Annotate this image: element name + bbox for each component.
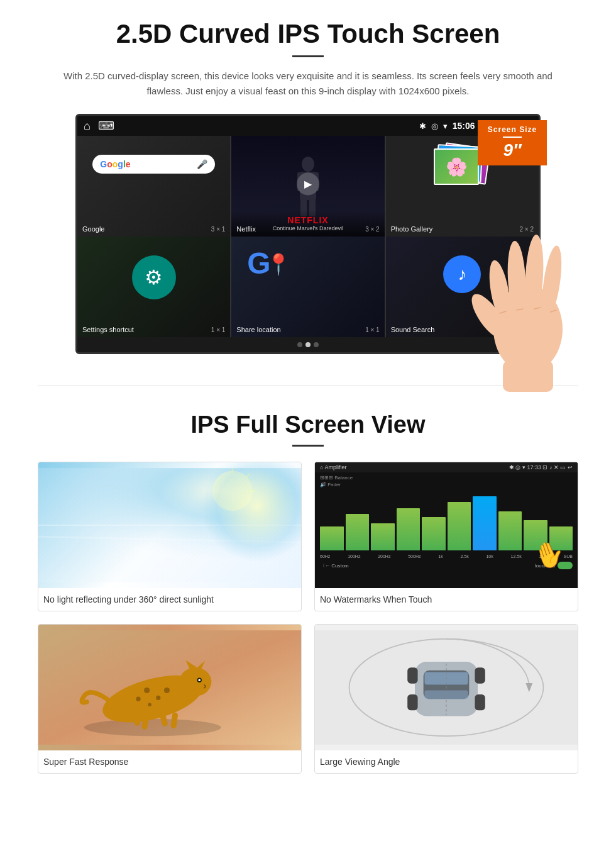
status-left: ⌂ ⌨ bbox=[84, 119, 114, 133]
eq-bar-3 bbox=[371, 523, 395, 550]
google-logo: Google bbox=[100, 159, 130, 170]
feature-viewing-angle: Large Viewing Angle bbox=[314, 624, 578, 774]
mic-icon: 🎤 bbox=[197, 159, 207, 169]
usb-icon: ⌨ bbox=[98, 119, 114, 133]
section2-title: IPS Full Screen View bbox=[38, 411, 578, 438]
svg-point-40 bbox=[198, 679, 201, 681]
feature-sunlight: No light reflecting under 360° direct su… bbox=[38, 462, 302, 611]
amp-controls: ⊞⊞⊞ Balance 🔊 Fader bbox=[315, 472, 578, 490]
settings-size: 1 × 1 bbox=[211, 326, 226, 333]
feature-watermarks: ⌂ Amplifier ✱ ◎ ▾ 17:33 ⊡ ♪ ✕ ▭ ↩ ⊞⊞⊞ Ba… bbox=[314, 462, 578, 611]
google-content: Google 🎤 bbox=[77, 136, 230, 174]
section1-title: 2.5D Curved IPS Touch Screen bbox=[38, 19, 578, 49]
home-icon[interactable]: ⌂ bbox=[84, 120, 91, 133]
app-cell-share[interactable]: G 📍 Share location 1 × 1 bbox=[231, 237, 384, 337]
svg-point-34 bbox=[148, 703, 151, 706]
cheetah-image bbox=[38, 625, 301, 750]
svg-rect-12 bbox=[503, 360, 553, 392]
play-button[interactable]: ▶ bbox=[297, 172, 319, 195]
hand-svg bbox=[465, 203, 591, 392]
gallery-label: Photo Gallery bbox=[391, 225, 433, 233]
car-image bbox=[315, 625, 578, 750]
location-icon: ◎ bbox=[431, 121, 438, 131]
status-time: 15:06 bbox=[453, 121, 475, 131]
cheetah-svg bbox=[38, 625, 301, 750]
svg-point-0 bbox=[302, 157, 314, 172]
badge-label: Screen Size bbox=[484, 125, 541, 134]
feature-grid: No light reflecting under 360° direct su… bbox=[38, 462, 578, 774]
screen-size-badge: Screen Size 9″ bbox=[478, 120, 547, 165]
hand-overlay bbox=[465, 203, 591, 379]
eq-bar-4 bbox=[397, 508, 421, 550]
viewing-angle-label: Large Viewing Angle bbox=[315, 750, 578, 773]
amp-labels: ⊞⊞⊞ Balance 🔊 Fader bbox=[320, 475, 353, 487]
eq-bar-1 bbox=[320, 526, 344, 550]
share-label: Share location bbox=[236, 326, 280, 333]
eq-bar-5 bbox=[422, 517, 446, 550]
app-cell-google[interactable]: Google 🎤 Google 3 × 1 bbox=[77, 136, 230, 237]
sound-label: Sound Search bbox=[391, 326, 435, 333]
sunlight-image bbox=[38, 462, 301, 588]
svg-rect-48 bbox=[407, 667, 417, 683]
badge-size: 9″ bbox=[484, 140, 541, 160]
dot-3[interactable] bbox=[314, 342, 319, 347]
bluetooth-icon: ✱ bbox=[419, 121, 426, 131]
netflix-subtitle: Continue Marvel's Daredevil bbox=[236, 225, 379, 231]
netflix-label: Netflix bbox=[236, 225, 256, 233]
google-size: 3 × 1 bbox=[211, 226, 226, 233]
netflix-size: 3 × 2 bbox=[365, 226, 380, 233]
device-wrapper: Screen Size 9″ ⌂ ⌨ ✱ ◎ ▾ 15:06 ⊡ ♪ ✕ bbox=[75, 114, 541, 354]
section-curved-screen: 2.5D Curved IPS Touch Screen With 2.5D c… bbox=[0, 0, 616, 367]
svg-point-31 bbox=[156, 696, 160, 700]
section-ips: IPS Full Screen View bbox=[0, 405, 616, 786]
fast-label: Super Fast Response bbox=[38, 750, 301, 773]
status-bar: ⌂ ⌨ ✱ ◎ ▾ 15:06 ⊡ ♪ ✕ ▭ ↩ bbox=[77, 116, 539, 136]
google-search-bar[interactable]: Google 🎤 bbox=[92, 155, 215, 174]
netflix-logo: NETFLIX bbox=[236, 215, 379, 225]
amp-home: ⌂ Amplifier bbox=[320, 464, 346, 470]
section2-underline bbox=[292, 445, 324, 447]
feature-fast: Super Fast Response bbox=[38, 624, 302, 774]
eq-bar-7 bbox=[473, 496, 497, 550]
settings-icon-circle: ⚙ bbox=[132, 255, 176, 299]
amp-time: ✱ ◎ ▾ 17:33 ⊡ ♪ ✕ ▭ ↩ bbox=[509, 464, 573, 470]
dot-2[interactable] bbox=[305, 342, 311, 347]
maps-pin-icon: 📍 bbox=[266, 252, 291, 276]
svg-point-27 bbox=[179, 667, 211, 696]
svg-point-30 bbox=[144, 688, 150, 693]
eq-bar-2 bbox=[346, 514, 370, 550]
svg-rect-50 bbox=[407, 694, 417, 710]
svg-point-32 bbox=[136, 697, 140, 701]
dot-1[interactable] bbox=[297, 342, 302, 347]
watermarks-label: No Watermarks When Touch bbox=[315, 588, 578, 611]
gallery-card-3: 🌸 bbox=[434, 148, 479, 185]
share-size: 1 × 1 bbox=[365, 326, 380, 333]
amp-status-bar: ⌂ Amplifier ✱ ◎ ▾ 17:33 ⊡ ♪ ✕ ▭ ↩ bbox=[315, 462, 578, 472]
car-svg bbox=[315, 625, 578, 750]
section1-description: With 2.5D curved-display screen, this de… bbox=[50, 69, 566, 99]
flower-icon: 🌸 bbox=[435, 150, 478, 184]
eq-bar-8 bbox=[498, 511, 522, 550]
sunlight-label: No light reflecting under 360° direct su… bbox=[38, 588, 301, 611]
wifi-icon: ▾ bbox=[443, 121, 448, 131]
settings-label: Settings shortcut bbox=[82, 326, 134, 333]
badge-divider bbox=[503, 136, 522, 138]
svg-point-25 bbox=[84, 719, 221, 736]
google-label: Google bbox=[82, 225, 104, 233]
svg-rect-49 bbox=[475, 667, 485, 683]
app-cell-settings[interactable]: ⚙ Settings shortcut 1 × 1 bbox=[77, 237, 230, 337]
app-cell-netflix[interactable]: ▶ NETFLIX Continue Marvel's Daredevil Ne… bbox=[231, 136, 384, 237]
svg-point-33 bbox=[164, 688, 170, 693]
gear-icon: ⚙ bbox=[145, 265, 163, 289]
eq-bar-6 bbox=[448, 502, 471, 550]
amplifier-image: ⌂ Amplifier ✱ ◎ ▾ 17:33 ⊡ ♪ ✕ ▭ ↩ ⊞⊞⊞ Ba… bbox=[315, 462, 578, 588]
title-underline bbox=[292, 55, 324, 57]
svg-rect-51 bbox=[475, 694, 485, 710]
